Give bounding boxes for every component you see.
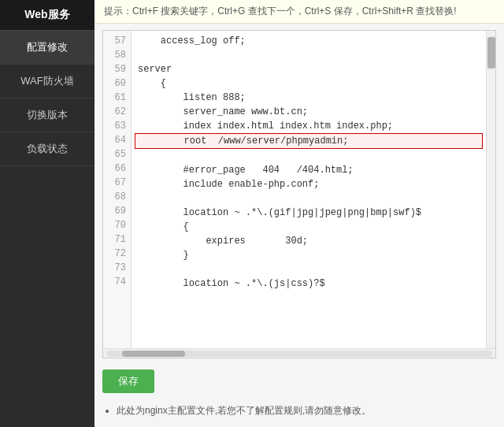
- sidebar-title: Web服务: [0, 0, 94, 31]
- code-line: server_name www.bt.cn;: [138, 105, 480, 119]
- line-number: 67: [103, 176, 131, 190]
- code-line: [138, 149, 480, 163]
- code-line: access_log off;: [138, 34, 480, 48]
- editor-container[interactable]: 575859606162636465666768697071727374 acc…: [102, 30, 496, 358]
- sidebar-item-waf[interactable]: WAF防火墙: [0, 65, 94, 98]
- line-number: 69: [103, 204, 131, 218]
- sidebar-item-load[interactable]: 负载状态: [0, 132, 94, 166]
- hint-bar: 提示：Ctrl+F 搜索关键字，Ctrl+G 查找下一个，Ctrl+S 保存，C…: [94, 0, 504, 24]
- v-scrollbar-thumb[interactable]: [487, 37, 495, 69]
- editor-scroll[interactable]: 575859606162636465666768697071727374 acc…: [103, 31, 495, 348]
- code-area[interactable]: access_log off; server { listen 888; ser…: [132, 31, 486, 348]
- horizontal-scrollbar-container: [103, 348, 495, 358]
- line-number: 58: [103, 48, 131, 62]
- code-line: {: [138, 76, 480, 91]
- code-line: {: [138, 220, 480, 234]
- code-line: [138, 48, 480, 62]
- code-line: root /www/server/phpmyadmin;: [135, 133, 483, 149]
- h-scrollbar-track[interactable]: [106, 351, 492, 357]
- code-line: #error_page 404 /404.html;: [138, 163, 480, 177]
- line-number: 71: [103, 232, 131, 247]
- line-number: 70: [103, 218, 131, 232]
- notice-area: 此处为nginx主配置文件,若您不了解配置规则,请勿随意修改。: [94, 398, 504, 427]
- line-number: 60: [103, 76, 131, 91]
- main-content: 提示：Ctrl+F 搜索关键字，Ctrl+G 查找下一个，Ctrl+S 保存，C…: [94, 0, 504, 427]
- vertical-scrollbar[interactable]: [486, 31, 495, 348]
- code-line: listen 888;: [138, 91, 480, 105]
- line-number: 62: [103, 105, 131, 119]
- h-scrollbar-thumb[interactable]: [122, 351, 185, 357]
- line-number: 66: [103, 162, 131, 176]
- line-number: 65: [103, 147, 131, 162]
- line-number: 64: [103, 133, 131, 147]
- save-button[interactable]: 保存: [102, 369, 154, 393]
- code-line: index index.html index.htm index.php;: [138, 119, 480, 133]
- line-number: 72: [103, 247, 131, 261]
- notice-item: 此处为nginx主配置文件,若您不了解配置规则,请勿随意修改。: [117, 404, 496, 418]
- save-btn-area: 保存: [94, 363, 504, 398]
- line-number: 74: [103, 275, 131, 289]
- line-number: 59: [103, 62, 131, 76]
- sidebar-item-version[interactable]: 切换版本: [0, 98, 94, 132]
- line-numbers: 575859606162636465666768697071727374: [103, 31, 132, 348]
- sidebar-item-config[interactable]: 配置修改: [0, 31, 94, 65]
- code-line: location ~ .*\.(js|css)?$: [138, 277, 480, 291]
- code-line: expires 30d;: [138, 234, 480, 248]
- sidebar: Web服务 配置修改 WAF防火墙 切换版本 负载状态: [0, 0, 94, 427]
- code-line: include enable-php.conf;: [138, 177, 480, 191]
- line-number: 63: [103, 119, 131, 133]
- line-number: 73: [103, 261, 131, 275]
- code-line: [138, 191, 480, 206]
- line-number: 57: [103, 34, 131, 48]
- line-number: 61: [103, 91, 131, 105]
- code-line: }: [138, 248, 480, 262]
- hint-text: 提示：Ctrl+F 搜索关键字，Ctrl+G 查找下一个，Ctrl+S 保存，C…: [104, 6, 457, 17]
- code-line: location ~ .*\.(gif|jpg|jpeg|png|bmp|swf…: [138, 206, 480, 220]
- code-line: [138, 262, 480, 277]
- code-line: server: [138, 62, 480, 76]
- line-number: 68: [103, 190, 131, 204]
